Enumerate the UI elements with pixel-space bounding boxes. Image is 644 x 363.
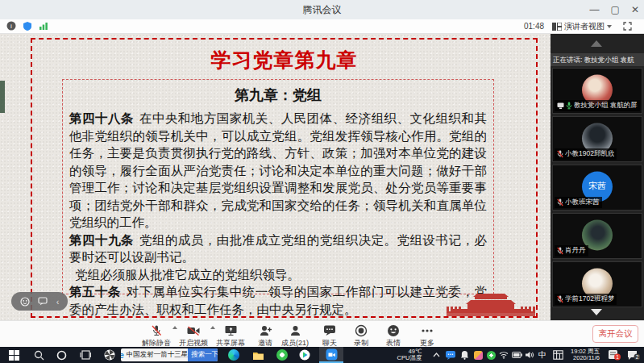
more-dots-icon — [420, 324, 434, 337]
view-mode-label: 演讲者视图 — [564, 21, 605, 32]
emoji-button[interactable]: 表情 — [374, 323, 413, 348]
slide-outer-border: 学习党章第九章 第九章：党组 第四十八条在中央和地方国家机关、人民团体、经济组织… — [31, 38, 538, 318]
participant-tile[interactable]: 学前1702班程梦 — [552, 261, 642, 307]
task-view-icon[interactable] — [76, 347, 95, 363]
edge-browser-icon[interactable] — [224, 347, 243, 363]
participant-tile[interactable]: 小教1902邱凯欣 — [552, 116, 642, 162]
participant-tile[interactable]: 肖丹丹 — [552, 213, 642, 259]
chevron-down-icon — [607, 25, 612, 28]
mic-muted-icon — [557, 198, 563, 207]
emoji-smiley-icon — [387, 324, 400, 337]
slide-content-box: 第九章：党组 第四十八条在中央和地方国家机关、人民团体、经济组织、文化组织和其他… — [62, 79, 494, 294]
participant-tile[interactable]: 教技党小组 袁航的屏... — [552, 68, 642, 114]
slide-heading: 第九章：党组 — [69, 86, 487, 105]
mic-muted-icon — [150, 324, 163, 337]
participants-sidebar: 正在讲话: 教技党小组 袁航 教技党小组 袁航的屏... 小教1902邱凯欣 宋… — [551, 34, 644, 320]
app-tray-icon[interactable] — [472, 347, 484, 363]
windows-taskbar: e 中国发射一箭十三星 搜索一下 49℃CPU温度 中 — [0, 347, 644, 363]
leave-meeting-button[interactable]: 离开会议 — [592, 325, 638, 343]
tiananmen-silhouette — [435, 287, 546, 318]
record-icon — [355, 324, 368, 337]
participant-name: 肖丹丹 — [565, 246, 586, 256]
meeting-header: i 01:48 演讲者视图 — [0, 19, 644, 34]
antivirus-360-tray-icon[interactable] — [484, 347, 497, 363]
ime-keyboard-icon[interactable] — [551, 347, 565, 363]
window-title: 腾讯会议 — [303, 3, 342, 17]
emoji-icon[interactable] — [20, 297, 30, 307]
slide-title: 学习党章第九章 — [32, 47, 536, 73]
mic-muted-icon — [557, 295, 563, 303]
tencent-video-icon[interactable] — [295, 347, 314, 363]
share-screen-icon — [224, 324, 238, 337]
window-titlebar: 腾讯会议 — ▢ ✕ — [0, 0, 644, 19]
meeting-toolbar: 解除静音 开启视频 共享屏幕 邀请 成员(21) 聊天 录制 表情 更多 离开会… — [0, 320, 644, 347]
file-explorer-icon[interactable] — [248, 347, 268, 363]
mic-muted-icon — [557, 150, 563, 158]
volume-tray-icon[interactable] — [523, 347, 536, 363]
wifi-tray-icon[interactable] — [497, 347, 510, 363]
more-button[interactable]: 更多 — [408, 323, 447, 348]
tray-expand-chevron-icon[interactable] — [430, 347, 442, 363]
action-center-icon[interactable]: 2 — [625, 347, 642, 363]
desktop-edge-artifact — [0, 81, 5, 113]
shared-screen-slide: 学习党章第九章 第九章：党组 第四十八条在中央和地方国家机关、人民团体、经济组织… — [0, 34, 551, 320]
participant-tile[interactable]: 宋茜 小教班宋茜 — [552, 165, 642, 211]
cpu-temperature-widget[interactable]: 49℃CPU温度 — [392, 347, 427, 363]
taskbar-news-search[interactable]: e 中国发射一箭十三星 搜索一下 — [121, 348, 218, 361]
scroll-up-arrow-icon[interactable] — [591, 40, 602, 47]
participant-name: 小教1902邱凯欣 — [565, 149, 614, 159]
network-signal-icon — [39, 19, 48, 34]
news-search-text: 中国发射一箭十三星 — [127, 350, 189, 360]
svg-text:1: 1 — [616, 354, 619, 360]
camera-muted-icon — [186, 324, 201, 337]
scroll-down-arrow-icon[interactable] — [591, 309, 602, 315]
reaction-toolbar[interactable]: ‹ — [11, 292, 68, 311]
messenger-tray-icon[interactable] — [444, 347, 457, 363]
start-button[interactable] — [3, 347, 24, 363]
svg-text:i: i — [10, 23, 12, 30]
clock-widget[interactable]: 19:02 周五2020/11/6 — [566, 347, 605, 363]
cortana-icon[interactable] — [52, 347, 71, 363]
participant-name: 学前1702班程梦 — [565, 294, 614, 304]
battery-tray-icon[interactable] — [510, 347, 523, 363]
unmute-button[interactable]: 解除静音 — [137, 323, 176, 348]
start-video-button[interactable]: 开启视频 — [174, 323, 213, 348]
meeting-info-icon[interactable]: i — [6, 19, 16, 34]
mic-muted-icon — [557, 247, 563, 255]
taskbar-search-icon[interactable] — [29, 347, 48, 363]
browser-360-icon[interactable] — [272, 347, 292, 363]
member-person-icon — [289, 324, 301, 337]
chat-bubble-icon — [323, 324, 336, 336]
slide-paragraph: 党组必须服从批准它成立的党组织领导。 — [69, 266, 487, 284]
collapse-chevron-icon[interactable]: ‹ — [56, 297, 60, 307]
slide-paragraph: 第四十八条在中央和地方国家机关、人民团体、经济组织、文化组织和其他非党组织的领导… — [69, 110, 487, 232]
layout-icon — [552, 23, 562, 31]
participant-name: 教技党小组 袁航的屏... — [574, 101, 638, 111]
minimize-button[interactable]: — — [590, 4, 600, 15]
speaking-banner: 正在讲话: 教技党小组 袁航 — [551, 53, 644, 66]
invite-person-icon — [259, 324, 272, 337]
ime-language-indicator[interactable]: 中 — [536, 347, 549, 363]
screen-share-icon — [557, 102, 564, 109]
security-shield-icon[interactable] — [23, 19, 32, 34]
pinwheel-app-icon[interactable] — [100, 347, 119, 363]
fullscreen-icon[interactable] — [623, 19, 632, 34]
tencent-meeting-taskbar-app[interactable] — [319, 347, 343, 363]
edge-glyph-icon: e — [121, 350, 124, 360]
slide-paragraph: 第五十条对下属单位实行集中统一领导的国家工作部门可以建立党委，党委的产生办法、职… — [69, 283, 487, 318]
chat-bubble-icon[interactable] — [38, 297, 48, 306]
participant-name: 小教班宋茜 — [565, 198, 600, 207]
meeting-duration: 01:48 — [524, 22, 544, 31]
slide-paragraph: 第四十九条党组的成员，由批准成立党组的党组织决定。党组设书记，必要时还可以设副书… — [69, 232, 487, 266]
view-mode-selector[interactable]: 演讲者视图 — [552, 21, 612, 32]
search-now-button[interactable]: 搜索一下 — [188, 348, 218, 361]
notification-badge-icon[interactable]: 1 — [606, 347, 622, 363]
members-button[interactable]: 成员(21) — [276, 323, 314, 348]
notification-bell-icon[interactable] — [458, 347, 471, 363]
svg-text:2: 2 — [636, 354, 639, 360]
share-screen-button[interactable]: 共享屏幕 — [211, 323, 250, 348]
close-button[interactable]: ✕ — [631, 4, 639, 15]
mic-on-icon — [566, 102, 572, 110]
maximize-button[interactable]: ▢ — [611, 4, 620, 15]
